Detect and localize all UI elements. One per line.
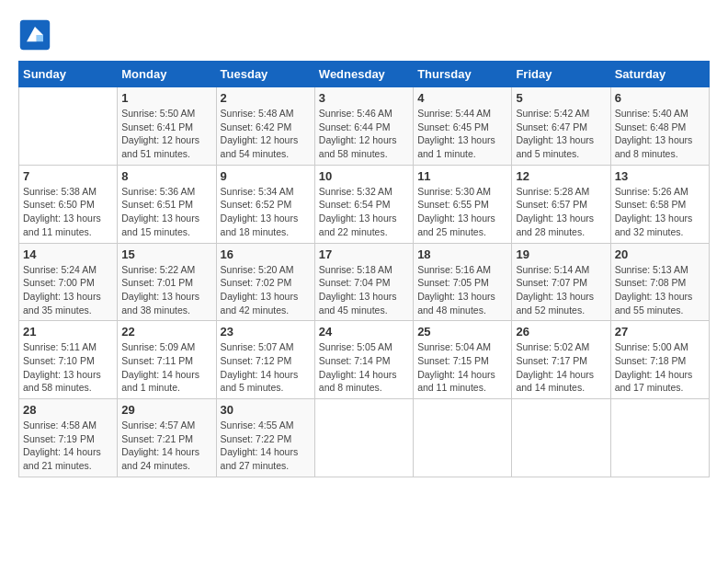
weekday-header-wednesday: Wednesday [314, 62, 413, 87]
day-info: Sunrise: 5:30 AM Sunset: 6:55 PM Dayligh… [417, 185, 507, 239]
calendar-week-2: 7Sunrise: 5:38 AM Sunset: 6:50 PM Daylig… [19, 165, 710, 243]
day-number: 29 [121, 403, 211, 417]
day-number: 19 [516, 247, 606, 261]
day-info: Sunrise: 5:24 AM Sunset: 7:00 PM Dayligh… [23, 263, 113, 317]
day-number: 21 [23, 325, 113, 339]
calendar-cell: 22Sunrise: 5:09 AM Sunset: 7:11 PM Dayli… [118, 321, 216, 399]
calendar-week-3: 14Sunrise: 5:24 AM Sunset: 7:00 PM Dayli… [19, 243, 710, 321]
calendar-week-1: 1Sunrise: 5:50 AM Sunset: 6:41 PM Daylig… [19, 87, 710, 166]
day-number: 1 [121, 91, 211, 105]
day-info: Sunrise: 5:36 AM Sunset: 6:51 PM Dayligh… [121, 185, 211, 239]
calendar-cell: 12Sunrise: 5:28 AM Sunset: 6:57 PM Dayli… [512, 165, 610, 243]
weekday-header-thursday: Thursday [414, 62, 512, 87]
calendar-cell: 9Sunrise: 5:34 AM Sunset: 6:52 PM Daylig… [216, 165, 314, 243]
day-info: Sunrise: 5:46 AM Sunset: 6:44 PM Dayligh… [319, 107, 409, 161]
day-info: Sunrise: 5:11 AM Sunset: 7:10 PM Dayligh… [23, 340, 113, 395]
day-info: Sunrise: 5:34 AM Sunset: 6:52 PM Dayligh… [221, 185, 311, 239]
day-info: Sunrise: 5:04 AM Sunset: 7:15 PM Dayligh… [417, 340, 507, 395]
calendar-week-5: 28Sunrise: 4:58 AM Sunset: 7:19 PM Dayli… [19, 399, 710, 477]
calendar-cell: 6Sunrise: 5:40 AM Sunset: 6:48 PM Daylig… [610, 87, 709, 166]
calendar-cell: 17Sunrise: 5:18 AM Sunset: 7:04 PM Dayli… [314, 243, 413, 321]
day-number: 23 [221, 325, 311, 339]
day-info: Sunrise: 4:57 AM Sunset: 7:21 PM Dayligh… [121, 419, 211, 473]
day-info: Sunrise: 5:02 AM Sunset: 7:17 PM Dayligh… [516, 340, 606, 395]
day-info: Sunrise: 4:58 AM Sunset: 7:19 PM Dayligh… [23, 419, 113, 473]
day-info: Sunrise: 5:22 AM Sunset: 7:01 PM Dayligh… [121, 263, 211, 317]
calendar-cell: 15Sunrise: 5:22 AM Sunset: 7:01 PM Dayli… [118, 243, 216, 321]
day-info: Sunrise: 4:55 AM Sunset: 7:22 PM Dayligh… [221, 419, 311, 473]
day-info: Sunrise: 5:28 AM Sunset: 6:57 PM Dayligh… [516, 185, 606, 239]
day-number: 25 [417, 325, 507, 339]
calendar-cell [512, 399, 610, 477]
day-number: 6 [615, 91, 705, 105]
day-info: Sunrise: 5:26 AM Sunset: 6:58 PM Dayligh… [615, 185, 705, 239]
calendar-cell [414, 399, 512, 477]
day-info: Sunrise: 5:18 AM Sunset: 7:04 PM Dayligh… [319, 263, 409, 317]
day-number: 7 [23, 169, 113, 183]
weekday-header-tuesday: Tuesday [216, 62, 314, 87]
day-number: 15 [121, 247, 211, 261]
calendar-week-4: 21Sunrise: 5:11 AM Sunset: 7:10 PM Dayli… [19, 321, 710, 399]
day-number: 17 [319, 247, 409, 261]
calendar-cell: 23Sunrise: 5:07 AM Sunset: 7:12 PM Dayli… [216, 321, 314, 399]
calendar-cell: 29Sunrise: 4:57 AM Sunset: 7:21 PM Dayli… [118, 399, 216, 477]
day-number: 8 [121, 169, 211, 183]
day-number: 10 [319, 169, 409, 183]
day-info: Sunrise: 5:48 AM Sunset: 6:42 PM Dayligh… [221, 107, 311, 161]
day-info: Sunrise: 5:07 AM Sunset: 7:12 PM Dayligh… [221, 340, 311, 395]
calendar-cell: 4Sunrise: 5:44 AM Sunset: 6:45 PM Daylig… [414, 87, 512, 166]
day-number: 28 [23, 403, 113, 417]
day-number: 16 [221, 247, 311, 261]
day-number: 27 [615, 325, 705, 339]
day-number: 5 [516, 91, 606, 105]
calendar-cell: 2Sunrise: 5:48 AM Sunset: 6:42 PM Daylig… [216, 87, 314, 166]
calendar-cell: 14Sunrise: 5:24 AM Sunset: 7:00 PM Dayli… [19, 243, 118, 321]
weekday-header-monday: Monday [118, 62, 216, 87]
day-info: Sunrise: 5:13 AM Sunset: 7:08 PM Dayligh… [615, 263, 705, 317]
calendar-cell: 3Sunrise: 5:46 AM Sunset: 6:44 PM Daylig… [314, 87, 413, 166]
calendar-cell: 27Sunrise: 5:00 AM Sunset: 7:18 PM Dayli… [610, 321, 709, 399]
logo-icon [18, 18, 51, 52]
day-number: 26 [516, 325, 606, 339]
weekday-header-friday: Friday [512, 62, 610, 87]
calendar-table: SundayMondayTuesdayWednesdayThursdayFrid… [18, 61, 710, 477]
day-info: Sunrise: 5:32 AM Sunset: 6:54 PM Dayligh… [319, 185, 409, 239]
day-info: Sunrise: 5:05 AM Sunset: 7:14 PM Dayligh… [319, 340, 409, 395]
calendar-cell: 10Sunrise: 5:32 AM Sunset: 6:54 PM Dayli… [314, 165, 413, 243]
calendar-cell: 24Sunrise: 5:05 AM Sunset: 7:14 PM Dayli… [314, 321, 413, 399]
calendar-cell [19, 87, 118, 166]
day-number: 13 [615, 169, 705, 183]
day-info: Sunrise: 5:16 AM Sunset: 7:05 PM Dayligh… [417, 263, 507, 317]
calendar-cell: 30Sunrise: 4:55 AM Sunset: 7:22 PM Dayli… [216, 399, 314, 477]
day-info: Sunrise: 5:44 AM Sunset: 6:45 PM Dayligh… [417, 107, 507, 161]
calendar-cell: 19Sunrise: 5:14 AM Sunset: 7:07 PM Dayli… [512, 243, 610, 321]
day-number: 12 [516, 169, 606, 183]
day-number: 9 [221, 169, 311, 183]
day-info: Sunrise: 5:09 AM Sunset: 7:11 PM Dayligh… [121, 340, 211, 395]
day-info: Sunrise: 5:40 AM Sunset: 6:48 PM Dayligh… [615, 107, 705, 161]
weekday-header-sunday: Sunday [19, 62, 118, 87]
calendar-cell: 25Sunrise: 5:04 AM Sunset: 7:15 PM Dayli… [414, 321, 512, 399]
day-number: 3 [319, 91, 409, 105]
day-info: Sunrise: 5:42 AM Sunset: 6:47 PM Dayligh… [516, 107, 606, 161]
calendar-cell: 5Sunrise: 5:42 AM Sunset: 6:47 PM Daylig… [512, 87, 610, 166]
day-info: Sunrise: 5:14 AM Sunset: 7:07 PM Dayligh… [516, 263, 606, 317]
day-info: Sunrise: 5:00 AM Sunset: 7:18 PM Dayligh… [615, 340, 705, 395]
day-number: 4 [417, 91, 507, 105]
calendar-cell: 20Sunrise: 5:13 AM Sunset: 7:08 PM Dayli… [610, 243, 709, 321]
day-number: 24 [319, 325, 409, 339]
day-number: 11 [417, 169, 507, 183]
calendar-cell: 11Sunrise: 5:30 AM Sunset: 6:55 PM Dayli… [414, 165, 512, 243]
calendar-cell: 26Sunrise: 5:02 AM Sunset: 7:17 PM Dayli… [512, 321, 610, 399]
weekday-header-saturday: Saturday [610, 62, 709, 87]
calendar-cell: 13Sunrise: 5:26 AM Sunset: 6:58 PM Dayli… [610, 165, 709, 243]
day-info: Sunrise: 5:50 AM Sunset: 6:41 PM Dayligh… [121, 107, 211, 161]
calendar-cell: 1Sunrise: 5:50 AM Sunset: 6:41 PM Daylig… [118, 87, 216, 166]
day-info: Sunrise: 5:38 AM Sunset: 6:50 PM Dayligh… [23, 185, 113, 239]
calendar-header-row: SundayMondayTuesdayWednesdayThursdayFrid… [19, 62, 710, 87]
day-number: 2 [221, 91, 311, 105]
day-number: 18 [417, 247, 507, 261]
calendar-cell [610, 399, 709, 477]
page-header [18, 18, 710, 52]
calendar-cell: 8Sunrise: 5:36 AM Sunset: 6:51 PM Daylig… [118, 165, 216, 243]
